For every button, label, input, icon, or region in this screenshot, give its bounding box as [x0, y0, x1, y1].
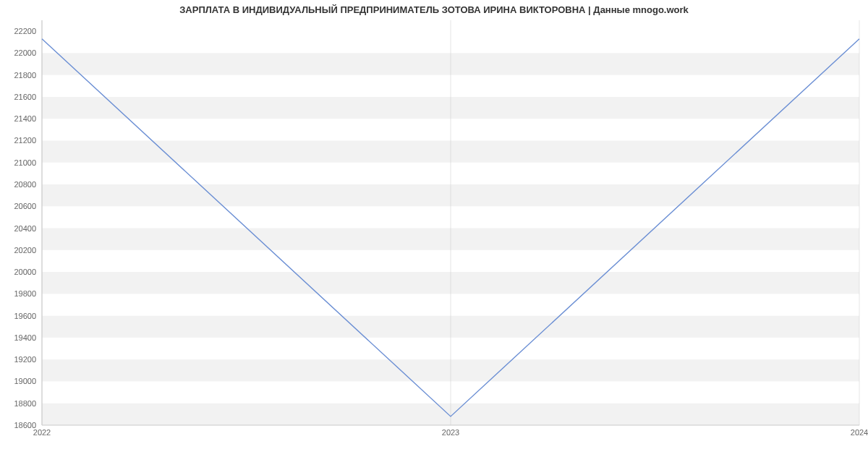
y-tick-label: 21400: [14, 114, 36, 123]
plot-area: [42, 20, 859, 425]
chart-title: ЗАРПЛАТА В ИНДИВИДУАЛЬНЫЙ ПРЕДПРИНИМАТЕЛ…: [0, 4, 868, 15]
y-tick-label: 20200: [14, 246, 36, 255]
y-tick-label: 19200: [14, 355, 36, 364]
y-tick-label: 19600: [14, 312, 36, 320]
x-tick-label: 2022: [33, 428, 51, 437]
y-tick-label: 18800: [14, 399, 36, 408]
y-tick-label: 19800: [14, 289, 36, 298]
y-tick-label: 21800: [14, 71, 36, 80]
salary-line-chart: ЗАРПЛАТА В ИНДИВИДУАЛЬНЫЙ ПРЕДПРИНИМАТЕЛ…: [0, 0, 868, 470]
y-tick-label: 20600: [14, 202, 36, 210]
y-axis: 1860018800190001920019400196001980020000…: [0, 20, 39, 425]
y-tick-label: 20800: [14, 180, 36, 189]
y-tick-label: 22200: [14, 27, 36, 35]
x-tick-label: 2023: [442, 428, 459, 437]
y-tick-label: 21600: [14, 93, 36, 101]
y-tick-label: 21000: [14, 158, 36, 167]
y-tick-label: 20000: [14, 268, 36, 276]
x-tick-label: 2024: [851, 428, 868, 437]
y-tick-label: 20400: [14, 224, 36, 233]
y-tick-label: 19000: [14, 377, 36, 385]
y-tick-label: 19400: [14, 333, 36, 342]
y-tick-label: 21200: [14, 136, 36, 145]
chart-svg: [42, 20, 859, 425]
x-axis: 202220232024: [42, 427, 859, 441]
y-tick-label: 22000: [14, 48, 36, 57]
